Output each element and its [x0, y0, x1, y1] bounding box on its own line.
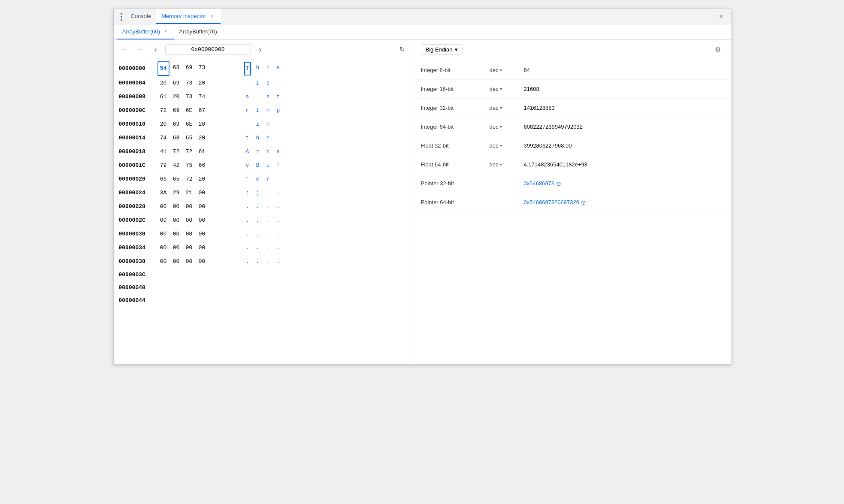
mem-byte[interactable]: 65: [183, 132, 195, 145]
mem-byte[interactable]: 73: [196, 61, 208, 76]
mem-char[interactable]: .: [265, 242, 272, 254]
mem-byte[interactable]: 61: [196, 145, 208, 158]
mem-char[interactable]: .: [254, 214, 261, 226]
mem-char[interactable]: .: [275, 228, 282, 240]
mem-byte[interactable]: 00: [196, 200, 208, 213]
mem-char[interactable]: [275, 77, 282, 89]
mem-char[interactable]: .: [275, 187, 282, 199]
dots-menu[interactable]: [117, 10, 126, 23]
mem-byte[interactable]: 00: [157, 200, 169, 213]
mem-byte[interactable]: 00: [196, 255, 208, 268]
mem-byte[interactable]: 29: [170, 187, 182, 199]
pointer-link[interactable]: 0x5468697320697320 ⊙: [524, 199, 724, 206]
value-format[interactable]: dec▾: [490, 67, 524, 73]
endian-selector[interactable]: Big Endian ▾: [421, 44, 463, 55]
pointer-navigate-icon[interactable]: ⊙: [581, 199, 586, 206]
mem-char[interactable]: A: [244, 146, 251, 158]
mem-char[interactable]: t: [244, 132, 251, 144]
settings-button[interactable]: ⚙: [712, 43, 724, 55]
mem-char[interactable]: i: [254, 118, 261, 130]
mem-char[interactable]: .: [244, 256, 251, 268]
mem-byte[interactable]: 68: [170, 132, 182, 145]
mem-char[interactable]: a: [275, 146, 282, 158]
mem-char[interactable]: r: [265, 173, 272, 185]
mem-char[interactable]: :: [244, 187, 251, 199]
refresh-button[interactable]: ↻: [396, 43, 408, 55]
mem-char[interactable]: .: [244, 228, 251, 240]
mem-byte[interactable]: 74: [196, 91, 208, 103]
mem-char[interactable]: h: [254, 62, 261, 75]
mem-char[interactable]: h: [254, 132, 261, 144]
mem-byte[interactable]: 00: [196, 241, 208, 254]
mem-byte[interactable]: 6E: [183, 104, 195, 117]
mem-byte[interactable]: 00: [170, 255, 182, 268]
mem-char[interactable]: f: [275, 160, 282, 172]
mem-byte[interactable]: 66: [196, 159, 208, 172]
mem-byte[interactable]: 00: [157, 228, 169, 241]
mem-byte[interactable]: 54: [157, 61, 169, 76]
mem-char[interactable]: r: [244, 105, 251, 117]
mem-byte[interactable]: 00: [170, 200, 182, 213]
mem-char[interactable]: .: [265, 214, 272, 226]
value-format[interactable]: dec▾: [490, 142, 524, 149]
mem-byte[interactable]: 73: [183, 77, 195, 90]
mem-char[interactable]: .: [244, 201, 251, 213]
mem-char[interactable]: i: [265, 62, 272, 75]
mem-byte[interactable]: 00: [196, 187, 208, 199]
buffer-tab-0-close[interactable]: ×: [163, 29, 169, 35]
mem-char[interactable]: s: [275, 62, 282, 75]
mem-byte[interactable]: 00: [183, 200, 195, 213]
mem-byte[interactable]: 20: [196, 173, 208, 186]
address-input[interactable]: [165, 44, 251, 55]
value-format[interactable]: dec▾: [490, 86, 524, 92]
mem-char[interactable]: [275, 118, 282, 130]
mem-byte[interactable]: 3A: [157, 187, 169, 199]
mem-byte[interactable]: 72: [170, 145, 182, 158]
prev-page-button[interactable]: ‹: [150, 43, 162, 55]
buffer-tab-0[interactable]: ArrayBuffer(60) ×: [117, 24, 174, 39]
mem-char[interactable]: f: [244, 173, 251, 185]
mem-byte[interactable]: 72: [157, 104, 169, 117]
mem-byte[interactable]: 00: [170, 241, 182, 254]
mem-char[interactable]: T: [244, 62, 251, 75]
mem-byte[interactable]: 20: [170, 91, 182, 103]
mem-char[interactable]: n: [265, 105, 272, 117]
mem-char[interactable]: .: [265, 228, 272, 240]
mem-char[interactable]: !: [265, 187, 272, 199]
mem-char[interactable]: .: [275, 256, 282, 268]
mem-char[interactable]: i: [254, 105, 261, 117]
mem-byte[interactable]: 73: [183, 91, 195, 103]
mem-byte[interactable]: 00: [183, 241, 195, 254]
mem-byte[interactable]: 6E: [183, 118, 195, 131]
mem-char[interactable]: a: [244, 91, 251, 103]
memory-inspector-tab-close[interactable]: ×: [209, 13, 215, 20]
mem-byte[interactable]: 61: [157, 91, 169, 103]
mem-byte[interactable]: 65: [170, 173, 182, 186]
mem-byte[interactable]: 00: [196, 214, 208, 227]
mem-char[interactable]: s: [265, 77, 272, 89]
mem-byte[interactable]: 67: [196, 104, 208, 117]
mem-byte[interactable]: 20: [196, 132, 208, 145]
mem-char[interactable]: .: [265, 201, 272, 213]
forward-button[interactable]: →: [134, 43, 146, 55]
value-format[interactable]: dec▾: [490, 105, 524, 111]
mem-char[interactable]: [244, 77, 251, 89]
mem-byte[interactable]: 79: [157, 159, 169, 172]
mem-char[interactable]: u: [265, 160, 272, 172]
mem-char[interactable]: e: [265, 132, 272, 144]
mem-byte[interactable]: 75: [183, 159, 195, 172]
mem-char[interactable]: B: [254, 160, 261, 172]
mem-byte[interactable]: 00: [157, 241, 169, 254]
mem-byte[interactable]: 69: [183, 61, 195, 76]
mem-char[interactable]: [254, 91, 261, 103]
mem-byte[interactable]: 69: [170, 104, 182, 117]
mem-byte[interactable]: 72: [183, 145, 195, 158]
mem-byte[interactable]: 00: [183, 214, 195, 227]
mem-char[interactable]: .: [275, 201, 282, 213]
mem-char[interactable]: [275, 132, 282, 144]
mem-char[interactable]: [244, 118, 251, 130]
window-close-button[interactable]: ×: [715, 11, 727, 23]
mem-byte[interactable]: 41: [157, 145, 169, 158]
mem-byte[interactable]: 68: [170, 61, 182, 76]
mem-char[interactable]: .: [254, 242, 261, 254]
